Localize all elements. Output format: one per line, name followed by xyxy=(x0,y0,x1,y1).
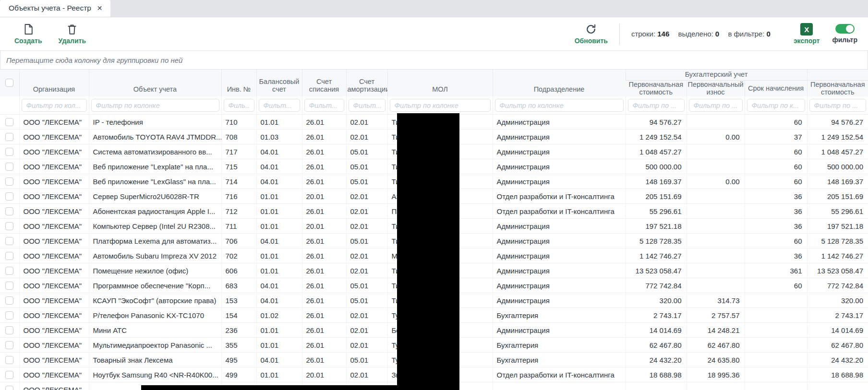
cell: Сервер SuperMicro2U6028R-TR xyxy=(89,189,221,204)
cell: 01.03 xyxy=(256,130,302,144)
row-checkbox[interactable] xyxy=(5,326,13,334)
col-header-initial-cost-2[interactable]: Первоначальная стоимость xyxy=(807,80,868,96)
cell: 02.01 xyxy=(346,115,387,130)
refresh-icon xyxy=(585,23,597,35)
row-checkbox[interactable] xyxy=(5,341,13,349)
row-checkbox-cell xyxy=(0,367,19,382)
row-checkbox[interactable] xyxy=(5,356,13,364)
filter-input[interactable] xyxy=(224,99,254,112)
cell: ООО "ЛЕКСЕМА" xyxy=(19,323,89,338)
cell: 01.01 xyxy=(256,204,302,219)
row-checkbox[interactable] xyxy=(5,148,13,156)
cell: ООО "ЛЕКСЕМА" xyxy=(19,338,89,353)
col-header-inv-no[interactable]: Инв. № xyxy=(221,70,256,96)
filter-input[interactable] xyxy=(390,99,491,112)
cell: 0.00 xyxy=(687,130,745,144)
toolbar: Создать Удалить Обновить строки: 146 xyxy=(0,17,868,50)
row-checkbox[interactable] xyxy=(5,222,13,230)
filter-input[interactable] xyxy=(628,99,685,112)
group-by-hint-text: Перетащите сюда колонку для группировки … xyxy=(6,56,182,64)
row-checkbox[interactable] xyxy=(5,163,13,171)
cell: 05.01 xyxy=(346,234,387,248)
row-checkbox[interactable] xyxy=(5,133,13,141)
cell: 04.01 xyxy=(256,174,302,189)
cell xyxy=(745,308,807,323)
col-header-depreciation-account[interactable]: Счет амортизации xyxy=(346,70,387,96)
rows-count-label: строки: xyxy=(631,30,655,38)
row-checkbox[interactable] xyxy=(5,192,13,201)
filter-input[interactable] xyxy=(22,99,87,112)
cell: 18 688.98 xyxy=(626,367,687,382)
filter-toggle[interactable]: фильтр xyxy=(832,24,857,44)
create-button[interactable]: Создать xyxy=(14,23,42,45)
cell: Администрация xyxy=(493,219,626,234)
cell: Администрация xyxy=(493,263,626,278)
cell: ООО "ЛЕКСЕМА" xyxy=(19,189,89,204)
filter-input[interactable] xyxy=(349,99,386,112)
cell: 205 151.69 xyxy=(626,189,687,204)
export-excel-button[interactable]: X экспорт xyxy=(794,23,820,45)
cell: 24 635.80 xyxy=(687,353,745,367)
cell: 62 467.80 xyxy=(626,338,687,353)
cell: 26.01 xyxy=(302,308,346,323)
select-all-checkbox[interactable] xyxy=(5,79,13,87)
row-checkbox[interactable] xyxy=(5,267,13,275)
row-checkbox[interactable] xyxy=(5,237,13,245)
cell: Мультимедиапроектор Panasonic ... xyxy=(89,338,221,353)
row-checkbox[interactable] xyxy=(5,386,13,390)
row-checkbox[interactable] xyxy=(5,252,13,260)
trash-icon xyxy=(66,23,78,35)
cell: 24 432.20 xyxy=(626,353,687,367)
cell: 714 xyxy=(221,174,256,189)
col-header-object[interactable]: Объект учета xyxy=(89,70,221,96)
row-checkbox-cell xyxy=(0,115,19,130)
col-header-division[interactable]: Подразделение xyxy=(493,70,626,96)
cell: ООО "ЛЕКСЕМА" xyxy=(19,308,89,323)
cell xyxy=(626,382,687,390)
cell: 02.01 xyxy=(346,130,387,144)
filter-input[interactable] xyxy=(91,99,219,112)
col-header-organization[interactable]: Организация xyxy=(19,70,89,96)
filter-input[interactable] xyxy=(304,99,344,112)
cell: 01.01 xyxy=(256,219,302,234)
cell: 26.01 xyxy=(302,338,346,353)
cell: 05.01 xyxy=(346,278,387,293)
row-checkbox[interactable] xyxy=(5,371,13,379)
row-checkbox[interactable] xyxy=(5,207,13,215)
toggle-switch-icon[interactable] xyxy=(835,24,855,34)
filter-input[interactable] xyxy=(747,99,805,112)
row-checkbox[interactable] xyxy=(5,118,13,126)
filter-input[interactable] xyxy=(689,99,743,112)
col-header-initial-wear[interactable]: Первоначальный износ xyxy=(687,80,745,96)
col-header-mol[interactable]: МОЛ xyxy=(387,70,493,96)
cell xyxy=(687,144,745,159)
row-checkbox[interactable] xyxy=(5,282,13,290)
create-button-label: Создать xyxy=(14,37,42,45)
row-checkbox[interactable] xyxy=(5,177,13,186)
redaction-bar xyxy=(141,385,459,390)
delete-button[interactable]: Удалить xyxy=(59,23,86,45)
cell: 60 xyxy=(745,234,807,248)
tab-close-icon[interactable]: ✕ xyxy=(97,4,103,12)
row-checkbox[interactable] xyxy=(5,296,13,305)
filter-input[interactable] xyxy=(809,99,867,112)
filter-input[interactable] xyxy=(495,99,624,112)
col-header-balance-account[interactable]: Балансовый счет xyxy=(256,70,302,96)
row-checkbox-cell xyxy=(0,308,19,323)
col-header-writeoff-account[interactable]: Счет списания xyxy=(302,70,346,96)
col-header-initial-cost[interactable]: Первоначальная стоимость xyxy=(626,80,687,96)
group-by-drop-zone[interactable]: Перетащите сюда колонку для группировки … xyxy=(0,50,868,70)
cell: Администрация xyxy=(493,115,626,130)
filter-input[interactable] xyxy=(259,99,300,112)
row-checkbox-cell xyxy=(0,353,19,367)
tab-objects-registry[interactable]: Объекты учета - Реестр ✕ xyxy=(0,0,110,17)
col-header-accrual-term[interactable]: Срок начисления xyxy=(745,80,807,96)
cell xyxy=(687,382,745,390)
cell: 320.00 xyxy=(807,293,868,308)
row-checkbox[interactable] xyxy=(5,311,13,319)
cell: 94 576.27 xyxy=(807,115,868,130)
cell: 62 467.80 xyxy=(687,338,745,353)
refresh-button[interactable]: Обновить xyxy=(575,23,608,45)
excel-icon: X xyxy=(800,23,813,35)
tab-bar: Объекты учета - Реестр ✕ xyxy=(0,0,868,17)
